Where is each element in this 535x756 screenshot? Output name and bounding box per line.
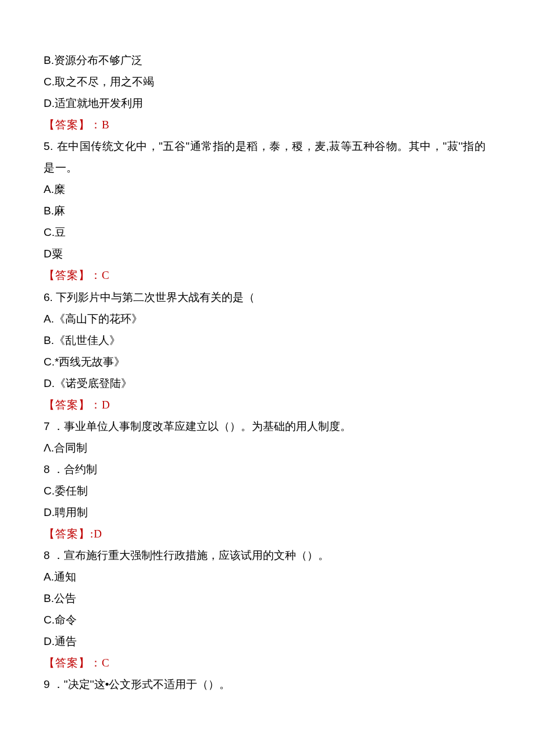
q4-option-c: C.取之不尽，用之不竭 (44, 71, 491, 92)
q5-option-b: B.麻 (44, 200, 491, 221)
q9-stem: 9 ．"决定''这•公文形式不适用于（）。 (44, 673, 491, 695)
q7-option-d: D.聘用制 (44, 501, 491, 523)
q8-option-a: A.通知 (44, 566, 491, 587)
q5-option-a: A.糜 (44, 178, 491, 200)
q5-answer: 【答案】：C (44, 264, 491, 286)
q7-option-b: 8 ．合约制 (44, 458, 491, 480)
q8-option-b: B.公告 (44, 587, 491, 609)
q6-option-c: C.*西线无故事》 (44, 351, 491, 372)
q7-stem: 7 ．事业单位人事制度改革应建立以（）。为基础的用人制度。 (44, 415, 491, 437)
q7-option-c: C.委任制 (44, 480, 491, 501)
q5-option-d: D粟 (44, 243, 491, 264)
q8-answer: 【答案】：C (44, 652, 491, 673)
q6-answer: 【答案】：D (44, 394, 491, 415)
q6-option-b: B.《乱世佳人》 (44, 329, 491, 351)
q8-option-d: D.通告 (44, 630, 491, 652)
q7-answer: 【答案】:D (44, 523, 491, 544)
q4-option-b: B.资源分布不够广泛 (44, 49, 491, 71)
q8-option-c: C.命令 (44, 609, 491, 630)
q4-option-d: D.适宜就地开发利用 (44, 92, 491, 114)
q5-stem: 5. 在中国传统文化中，"五谷"通常指的是稻，泰，稷，麦,菽等五种谷物。其中，"… (44, 135, 491, 178)
q6-stem: 6. 下列影片中与第二次世界大战有关的是（ (44, 286, 491, 308)
q6-option-d: D.《诺受底登陆》 (44, 372, 491, 394)
q6-option-a: A.《高山下的花环》 (44, 308, 491, 329)
q8-stem: 8 ．宣布施行重大强制性行政措施，应该试用的文种（）。 (44, 544, 491, 566)
q7-option-a: Λ.合同制 (44, 437, 491, 458)
q5-option-c: C.豆 (44, 221, 491, 243)
q4-answer: 【答案】：B (44, 114, 491, 135)
